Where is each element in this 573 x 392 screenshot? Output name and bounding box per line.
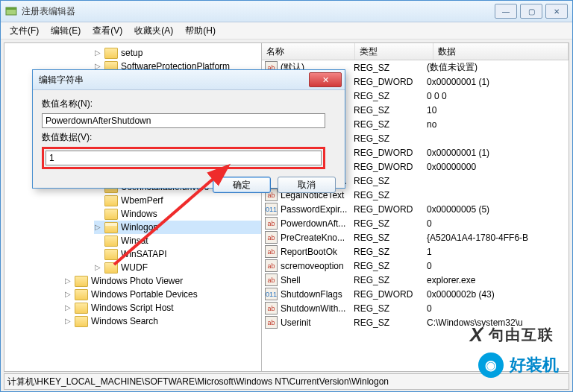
tree-expand-icon[interactable]: ▷ — [64, 274, 72, 288]
value-name-label: 数值名称(N): — [42, 98, 336, 110]
tree-item-label: Windows Photo Viewer — [91, 274, 183, 288]
value-type: REG_DWORD — [349, 77, 422, 87]
tree-item[interactable]: ▷WUDF — [94, 261, 261, 274]
value-data: 0 — [422, 261, 569, 271]
value-type: REG_SZ — [349, 317, 422, 328]
reg-sz-icon: ab — [265, 231, 278, 244]
reg-sz-icon: ab — [265, 302, 278, 314]
folder-icon — [104, 209, 118, 220]
value-row[interactable]: abShutdownWith...REG_SZ0 — [262, 301, 569, 315]
value-name: PreCreateKno... — [281, 233, 349, 243]
tree-item-label: WUDF — [121, 261, 148, 274]
tree-expand-icon[interactable]: ▷ — [94, 221, 101, 234]
menu-file[interactable]: 文件(F) — [4, 23, 45, 39]
value-name: PowerdownAft... — [281, 218, 349, 229]
tree-expand-icon[interactable]: ▷ — [94, 46, 101, 60]
tree-item-label: Windows Portable Devices — [91, 288, 198, 301]
value-data: 0 0 0 — [422, 91, 569, 101]
tree-item[interactable]: Windows — [94, 207, 261, 221]
watermark-2-text: 好装机 — [510, 354, 559, 376]
tree-item[interactable]: ▷Windows Photo Viewer — [64, 274, 261, 288]
value-type: REG_SZ — [349, 247, 422, 257]
reg-sz-icon: ab — [265, 217, 278, 230]
watermark-2: ◉ 好装机 — [478, 353, 559, 378]
menu-view[interactable]: 查看(V) — [87, 23, 128, 39]
window-controls: — ▢ ✕ — [495, 4, 572, 19]
reg-sz-icon: ab — [265, 245, 278, 258]
value-row[interactable]: abPreCreateKno...REG_SZ{A520A1A4-1780-4F… — [262, 230, 569, 244]
value-name-input[interactable] — [42, 113, 325, 128]
dialog-close-button[interactable]: ✕ — [309, 72, 342, 87]
regedit-icon — [5, 5, 17, 17]
value-type: REG_SZ — [349, 91, 422, 101]
close-button[interactable]: ✕ — [545, 4, 568, 19]
value-data: 0 — [422, 218, 569, 229]
value-type: REG_SZ — [349, 261, 422, 271]
value-type: REG_SZ — [349, 105, 422, 116]
value-row[interactable]: abReportBootOkREG_SZ1 — [262, 244, 569, 259]
dialog-titlebar[interactable]: 编辑字符串 ✕ — [33, 70, 345, 90]
value-row[interactable]: abscremoveoptionREG_SZ0 — [262, 259, 569, 273]
tree-item[interactable]: ▷Windows Search — [64, 314, 261, 328]
value-type: REG_DWORD — [349, 204, 422, 215]
menu-fav[interactable]: 收藏夹(A) — [128, 23, 179, 39]
folder-icon — [104, 48, 118, 59]
folder-icon — [75, 316, 88, 327]
value-type: REG_DWORD — [349, 148, 422, 158]
folder-icon — [75, 289, 88, 300]
tree-expand-icon[interactable]: ▷ — [64, 314, 72, 328]
value-type: REG_SZ — [349, 63, 422, 73]
value-row[interactable]: abPowerdownAft...REG_SZ0 — [262, 216, 569, 230]
tree-item-label: Winlogon — [121, 221, 158, 234]
maximize-button[interactable]: ▢ — [520, 4, 542, 19]
cancel-button[interactable]: 取消 — [278, 177, 336, 193]
value-data: 0x00000001 (1) — [422, 77, 569, 87]
value-data-input[interactable] — [46, 151, 322, 165]
value-name: ShutdownFlags — [281, 289, 349, 300]
value-row[interactable]: abShellREG_SZexplorer.exe — [262, 273, 569, 287]
tree-item[interactable]: Winsat — [94, 234, 261, 247]
value-data: 10 — [422, 105, 569, 116]
tree-expand-icon[interactable]: ▷ — [64, 301, 72, 314]
tree-item[interactable]: ▷Windows Script Host — [64, 301, 261, 314]
menu-help[interactable]: 帮助(H) — [179, 23, 222, 39]
tree-item[interactable]: WinSATAPI — [94, 247, 261, 261]
reg-sz-icon: ab — [265, 316, 278, 329]
watermark-1-x-icon: X — [470, 323, 484, 347]
minimize-button[interactable]: — — [495, 4, 517, 19]
value-name: scremoveoption — [281, 261, 349, 271]
ok-button[interactable]: 确定 — [213, 177, 271, 193]
tree-item[interactable]: ▷Winlogon — [94, 221, 261, 234]
folder-icon — [104, 222, 118, 233]
col-type[interactable]: 类型 — [355, 43, 433, 60]
reg-dword-icon: 011 — [265, 288, 278, 300]
value-data: 0x0000002b (43) — [422, 289, 569, 300]
tree-expand-icon[interactable]: ▷ — [94, 261, 101, 274]
value-row[interactable]: 011PasswordExpir...REG_DWORD0x00000005 (… — [262, 202, 569, 216]
tree-item-label: WinSATAPI — [121, 247, 167, 261]
menubar: 文件(F) 编辑(E) 查看(V) 收藏夹(A) 帮助(H) — [1, 22, 572, 39]
dialog-body: 数值名称(N): 数值数据(V): — [33, 90, 345, 174]
value-data: 0x00000000 — [422, 162, 569, 172]
value-data: 1 — [422, 247, 569, 257]
folder-icon — [75, 303, 88, 314]
reg-dword-icon: 011 — [265, 203, 278, 215]
value-name: ShutdownWith... — [281, 303, 349, 314]
folder-icon — [104, 249, 118, 260]
tree-item-label: setup — [121, 46, 143, 60]
col-name[interactable]: 名称 — [262, 43, 355, 60]
value-type: REG_DWORD — [349, 289, 422, 300]
folder-icon — [104, 235, 118, 247]
value-type: REG_SZ — [349, 275, 422, 285]
tree-item[interactable]: ▷setup — [94, 46, 261, 60]
value-data: 0 — [422, 303, 569, 314]
tree-expand-icon[interactable]: ▷ — [64, 288, 72, 301]
tree-item-label: Windows Script Host — [91, 301, 174, 314]
menu-edit[interactable]: 编辑(E) — [45, 23, 87, 39]
col-data[interactable]: 数据 — [433, 43, 569, 60]
watermark-1-text: 句由互联 — [489, 325, 554, 345]
tree-item[interactable]: ▷Windows Portable Devices — [64, 288, 261, 301]
value-row[interactable]: 011ShutdownFlagsREG_DWORD0x0000002b (43) — [262, 287, 569, 301]
value-data: no — [422, 119, 569, 130]
value-name: Userinit — [281, 317, 349, 328]
